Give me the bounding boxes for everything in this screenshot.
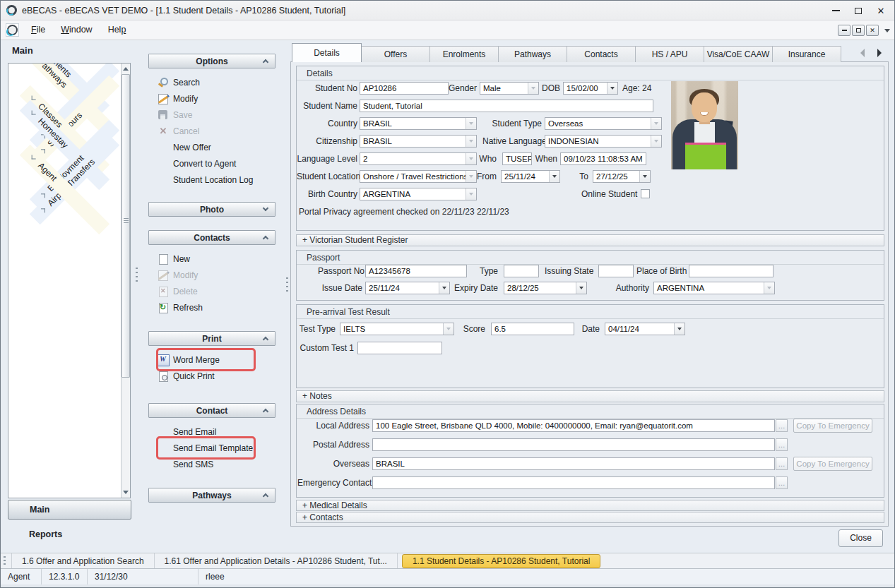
local-address-field[interactable]: 100 Eagle Street, Brisbane QLD 4000, Mob… <box>372 419 775 432</box>
contacts-section[interactable]: + Contacts <box>296 512 884 523</box>
score-field[interactable]: 6.5 <box>491 323 574 335</box>
country-select[interactable]: BRASIL <box>360 117 477 130</box>
main-tab[interactable]: Contacts <box>567 46 636 62</box>
test-type-select[interactable]: IELTS <box>340 323 454 335</box>
passport-type-field[interactable] <box>504 265 539 277</box>
tree-scrollbar[interactable] <box>121 64 130 498</box>
tree-expand-arrow-icon[interactable] <box>32 96 36 100</box>
dropdown-arrow-icon[interactable] <box>764 282 774 294</box>
tree-expand-arrow-icon[interactable] <box>41 149 45 153</box>
panel-item[interactable]: Word Merge <box>158 352 275 368</box>
authority-select[interactable]: ARGENTINA <box>653 282 775 294</box>
pathways-panel-header[interactable]: Pathways <box>148 488 275 503</box>
copy-local-to-emergency-button[interactable]: Copy To Emergency <box>793 419 872 433</box>
citizenship-select[interactable]: BRASIL <box>360 135 477 148</box>
expand-chevron-icon[interactable] <box>263 205 268 211</box>
dropdown-arrow-icon[interactable] <box>466 188 476 200</box>
panel-item[interactable]: Cancel <box>158 123 275 139</box>
mdi-close-button[interactable]: ✕ <box>866 25 879 36</box>
issue-date-field[interactable]: 25/11/24 <box>365 282 450 294</box>
main-tab[interactable]: HS / APU <box>635 46 704 62</box>
tree-expand-arrow-icon[interactable] <box>41 208 45 212</box>
mdi-minimize-button[interactable] <box>838 25 850 36</box>
panel-item[interactable]: Send Email <box>158 424 275 440</box>
close-button[interactable]: Close <box>838 529 883 547</box>
tab-scroll-left-icon[interactable] <box>857 47 868 59</box>
dropdown-arrow-icon[interactable] <box>466 118 476 129</box>
dropdown-arrow-icon[interactable] <box>651 136 661 147</box>
local-address-ellipsis-button[interactable]: … <box>776 419 788 432</box>
tabbar-grip-icon[interactable] <box>4 556 6 566</box>
dropdown-arrow-icon[interactable] <box>607 83 617 94</box>
scroll-up-icon[interactable] <box>121 64 130 74</box>
test-date-field[interactable]: 04/11/24 <box>605 323 685 335</box>
main-tab[interactable]: Insurance <box>772 46 841 62</box>
dropdown-arrow-icon[interactable] <box>576 282 586 294</box>
student-location-select[interactable]: Onshore / Travel Restrictions <box>360 170 477 183</box>
panel-item[interactable]: Save <box>158 107 275 123</box>
sidebar-splitter[interactable] <box>136 268 138 284</box>
main-tab[interactable]: Offers <box>361 46 430 62</box>
postal-address-ellipsis-button[interactable]: … <box>776 438 788 451</box>
main-nav-button[interactable]: Main <box>8 500 131 520</box>
panel-item[interactable]: New <box>158 251 275 267</box>
collapse-chevron-icon[interactable] <box>263 236 268 241</box>
notes-section[interactable]: + Notes <box>296 390 884 402</box>
dropdown-arrow-icon[interactable] <box>443 323 454 335</box>
scrollbar-thumb[interactable] <box>121 74 130 378</box>
tree-expand-arrow-icon[interactable] <box>32 111 36 115</box>
online-student-checkbox[interactable] <box>641 189 650 198</box>
contact-panel-header[interactable]: Contact <box>148 403 275 418</box>
panel-item[interactable]: Modify <box>158 90 275 107</box>
minimize-button[interactable] <box>826 1 846 20</box>
custom-test-field[interactable] <box>357 342 442 354</box>
copy-overseas-to-emergency-button[interactable]: Copy To Emergency <box>793 457 872 471</box>
dropdown-arrow-icon[interactable] <box>639 171 650 182</box>
emergency-contact-ellipsis-button[interactable]: … <box>776 476 788 489</box>
menu-item[interactable]: Help <box>100 20 134 40</box>
student-type-select[interactable]: Overseas <box>545 117 662 130</box>
collapse-chevron-icon[interactable] <box>263 337 268 342</box>
gender-select[interactable]: Male <box>480 82 539 95</box>
document-tab[interactable]: 1.61 Offer and Application Details - AP1… <box>155 553 398 569</box>
issuing-state-field[interactable] <box>598 265 634 277</box>
main-tab[interactable]: Enrolments <box>429 46 499 62</box>
from-date-field[interactable]: 25/11/24 <box>501 170 560 183</box>
dropdown-arrow-icon[interactable] <box>528 83 538 94</box>
mdi-caret-icon[interactable] <box>884 29 890 32</box>
tree-expand-arrow-icon[interactable] <box>41 193 45 198</box>
victorian-register-section[interactable]: + Victorian Student Register <box>296 234 884 246</box>
reports-nav-label[interactable]: Reports <box>29 529 62 539</box>
native-language-select[interactable]: INDONESIAN <box>545 135 662 148</box>
panel-item[interactable]: Delete <box>158 283 275 299</box>
restore-button[interactable] <box>848 1 868 20</box>
dropdown-arrow-icon[interactable] <box>549 171 559 182</box>
passport-no-field[interactable]: A12345678 <box>365 265 467 277</box>
close-window-button[interactable]: ✕ <box>871 1 891 20</box>
panel-item[interactable]: Send SMS <box>158 456 275 472</box>
document-tab[interactable]: 1.1 Student Details - AP10286 Student, T… <box>402 554 601 568</box>
main-tab[interactable]: Pathways <box>498 46 567 62</box>
when-field[interactable]: 09/10/23 11:08:53 AM <box>560 152 646 165</box>
panel-item[interactable]: Convert to Agent <box>158 155 275 172</box>
overseas-address-field[interactable]: BRASIL <box>372 457 775 470</box>
panel-item[interactable]: Quick Print <box>158 368 275 384</box>
photo-panel-header[interactable]: Photo <box>148 202 275 217</box>
panel-item[interactable]: Student Location Log <box>158 172 275 188</box>
main-tab[interactable]: Details <box>292 43 362 62</box>
overseas-address-ellipsis-button[interactable]: … <box>776 457 788 470</box>
menu-item[interactable]: File <box>23 20 53 40</box>
dob-field[interactable]: 15/02/00 <box>563 82 618 95</box>
panel-item[interactable]: Search <box>158 74 275 90</box>
print-panel-header[interactable]: Print <box>148 331 275 346</box>
birth-country-select[interactable]: ARGENTINA <box>360 188 477 200</box>
dropdown-arrow-icon[interactable] <box>466 136 476 147</box>
expiry-date-field[interactable]: 28/12/25 <box>504 282 587 294</box>
document-tab[interactable]: 1.6 Offer and Application Search <box>11 553 155 569</box>
to-date-field[interactable]: 27/12/25 <box>593 170 651 183</box>
panel-item[interactable]: Refresh <box>158 299 275 316</box>
options-panel-header[interactable]: Options <box>148 54 275 68</box>
panel-item[interactable]: Send Email Template <box>158 440 275 456</box>
panel-splitter[interactable] <box>286 277 288 294</box>
tree-expand-arrow-icon[interactable] <box>32 155 36 160</box>
